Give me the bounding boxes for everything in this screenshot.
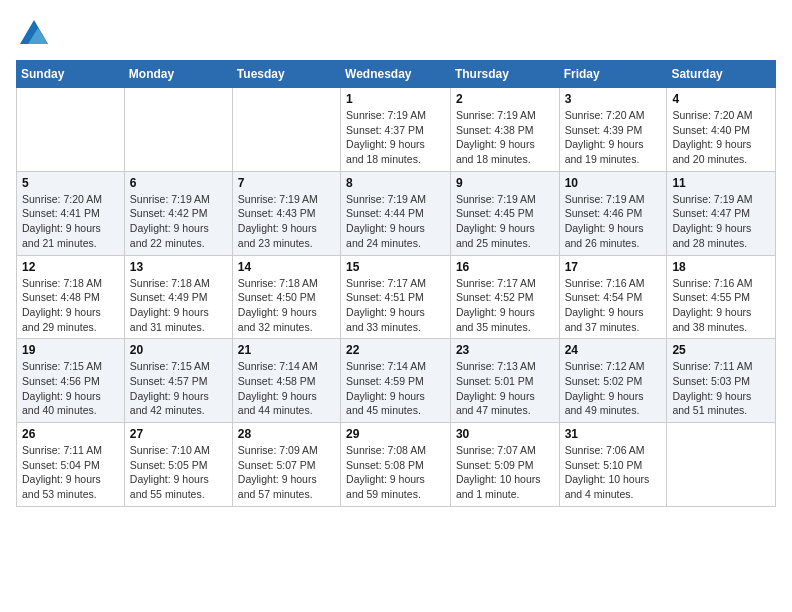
day-cell: 9Sunrise: 7:19 AM Sunset: 4:45 PM Daylig…: [450, 171, 559, 255]
day-info: Sunrise: 7:13 AM Sunset: 5:01 PM Dayligh…: [456, 359, 554, 418]
day-info: Sunrise: 7:06 AM Sunset: 5:10 PM Dayligh…: [565, 443, 662, 502]
week-row-2: 5Sunrise: 7:20 AM Sunset: 4:41 PM Daylig…: [17, 171, 776, 255]
day-info: Sunrise: 7:11 AM Sunset: 5:04 PM Dayligh…: [22, 443, 119, 502]
day-info: Sunrise: 7:19 AM Sunset: 4:44 PM Dayligh…: [346, 192, 445, 251]
day-info: Sunrise: 7:15 AM Sunset: 4:57 PM Dayligh…: [130, 359, 227, 418]
day-number: 4: [672, 92, 770, 106]
day-cell: 26Sunrise: 7:11 AM Sunset: 5:04 PM Dayli…: [17, 423, 125, 507]
day-number: 5: [22, 176, 119, 190]
day-cell: [667, 423, 776, 507]
day-info: Sunrise: 7:19 AM Sunset: 4:47 PM Dayligh…: [672, 192, 770, 251]
weekday-header-thursday: Thursday: [450, 61, 559, 88]
day-cell: 3Sunrise: 7:20 AM Sunset: 4:39 PM Daylig…: [559, 88, 667, 172]
day-cell: 24Sunrise: 7:12 AM Sunset: 5:02 PM Dayli…: [559, 339, 667, 423]
day-info: Sunrise: 7:18 AM Sunset: 4:48 PM Dayligh…: [22, 276, 119, 335]
day-number: 8: [346, 176, 445, 190]
day-cell: 22Sunrise: 7:14 AM Sunset: 4:59 PM Dayli…: [341, 339, 451, 423]
day-cell: 11Sunrise: 7:19 AM Sunset: 4:47 PM Dayli…: [667, 171, 776, 255]
day-number: 2: [456, 92, 554, 106]
day-number: 16: [456, 260, 554, 274]
day-number: 17: [565, 260, 662, 274]
day-cell: 30Sunrise: 7:07 AM Sunset: 5:09 PM Dayli…: [450, 423, 559, 507]
day-cell: 14Sunrise: 7:18 AM Sunset: 4:50 PM Dayli…: [232, 255, 340, 339]
day-info: Sunrise: 7:19 AM Sunset: 4:46 PM Dayligh…: [565, 192, 662, 251]
day-number: 23: [456, 343, 554, 357]
day-cell: 4Sunrise: 7:20 AM Sunset: 4:40 PM Daylig…: [667, 88, 776, 172]
day-cell: 31Sunrise: 7:06 AM Sunset: 5:10 PM Dayli…: [559, 423, 667, 507]
day-cell: 13Sunrise: 7:18 AM Sunset: 4:49 PM Dayli…: [124, 255, 232, 339]
day-number: 18: [672, 260, 770, 274]
day-cell: 2Sunrise: 7:19 AM Sunset: 4:38 PM Daylig…: [450, 88, 559, 172]
day-number: 29: [346, 427, 445, 441]
day-info: Sunrise: 7:19 AM Sunset: 4:45 PM Dayligh…: [456, 192, 554, 251]
day-number: 31: [565, 427, 662, 441]
day-number: 3: [565, 92, 662, 106]
day-cell: [232, 88, 340, 172]
day-info: Sunrise: 7:18 AM Sunset: 4:50 PM Dayligh…: [238, 276, 335, 335]
day-info: Sunrise: 7:17 AM Sunset: 4:52 PM Dayligh…: [456, 276, 554, 335]
weekday-header-saturday: Saturday: [667, 61, 776, 88]
week-row-3: 12Sunrise: 7:18 AM Sunset: 4:48 PM Dayli…: [17, 255, 776, 339]
day-number: 15: [346, 260, 445, 274]
weekday-header-wednesday: Wednesday: [341, 61, 451, 88]
day-cell: 16Sunrise: 7:17 AM Sunset: 4:52 PM Dayli…: [450, 255, 559, 339]
day-number: 20: [130, 343, 227, 357]
day-info: Sunrise: 7:18 AM Sunset: 4:49 PM Dayligh…: [130, 276, 227, 335]
day-cell: 17Sunrise: 7:16 AM Sunset: 4:54 PM Dayli…: [559, 255, 667, 339]
day-number: 7: [238, 176, 335, 190]
weekday-header-monday: Monday: [124, 61, 232, 88]
day-cell: 12Sunrise: 7:18 AM Sunset: 4:48 PM Dayli…: [17, 255, 125, 339]
day-info: Sunrise: 7:09 AM Sunset: 5:07 PM Dayligh…: [238, 443, 335, 502]
day-cell: 28Sunrise: 7:09 AM Sunset: 5:07 PM Dayli…: [232, 423, 340, 507]
week-row-5: 26Sunrise: 7:11 AM Sunset: 5:04 PM Dayli…: [17, 423, 776, 507]
day-number: 22: [346, 343, 445, 357]
day-info: Sunrise: 7:11 AM Sunset: 5:03 PM Dayligh…: [672, 359, 770, 418]
day-number: 30: [456, 427, 554, 441]
day-info: Sunrise: 7:10 AM Sunset: 5:05 PM Dayligh…: [130, 443, 227, 502]
day-cell: 7Sunrise: 7:19 AM Sunset: 4:43 PM Daylig…: [232, 171, 340, 255]
day-info: Sunrise: 7:19 AM Sunset: 4:37 PM Dayligh…: [346, 108, 445, 167]
day-number: 26: [22, 427, 119, 441]
day-info: Sunrise: 7:14 AM Sunset: 4:58 PM Dayligh…: [238, 359, 335, 418]
day-info: Sunrise: 7:16 AM Sunset: 4:55 PM Dayligh…: [672, 276, 770, 335]
day-info: Sunrise: 7:20 AM Sunset: 4:40 PM Dayligh…: [672, 108, 770, 167]
day-number: 25: [672, 343, 770, 357]
day-number: 11: [672, 176, 770, 190]
day-cell: 5Sunrise: 7:20 AM Sunset: 4:41 PM Daylig…: [17, 171, 125, 255]
day-number: 13: [130, 260, 227, 274]
day-number: 9: [456, 176, 554, 190]
day-cell: 27Sunrise: 7:10 AM Sunset: 5:05 PM Dayli…: [124, 423, 232, 507]
day-info: Sunrise: 7:14 AM Sunset: 4:59 PM Dayligh…: [346, 359, 445, 418]
day-info: Sunrise: 7:20 AM Sunset: 4:39 PM Dayligh…: [565, 108, 662, 167]
week-row-4: 19Sunrise: 7:15 AM Sunset: 4:56 PM Dayli…: [17, 339, 776, 423]
day-cell: 21Sunrise: 7:14 AM Sunset: 4:58 PM Dayli…: [232, 339, 340, 423]
day-number: 1: [346, 92, 445, 106]
day-cell: 29Sunrise: 7:08 AM Sunset: 5:08 PM Dayli…: [341, 423, 451, 507]
day-cell: 20Sunrise: 7:15 AM Sunset: 4:57 PM Dayli…: [124, 339, 232, 423]
day-cell: 18Sunrise: 7:16 AM Sunset: 4:55 PM Dayli…: [667, 255, 776, 339]
day-info: Sunrise: 7:19 AM Sunset: 4:42 PM Dayligh…: [130, 192, 227, 251]
logo-icon: [16, 16, 52, 52]
page-header: [16, 16, 776, 52]
week-row-1: 1Sunrise: 7:19 AM Sunset: 4:37 PM Daylig…: [17, 88, 776, 172]
day-info: Sunrise: 7:16 AM Sunset: 4:54 PM Dayligh…: [565, 276, 662, 335]
day-info: Sunrise: 7:07 AM Sunset: 5:09 PM Dayligh…: [456, 443, 554, 502]
logo: [16, 16, 56, 52]
weekday-header-row: SundayMondayTuesdayWednesdayThursdayFrid…: [17, 61, 776, 88]
day-number: 6: [130, 176, 227, 190]
day-number: 28: [238, 427, 335, 441]
day-cell: 19Sunrise: 7:15 AM Sunset: 4:56 PM Dayli…: [17, 339, 125, 423]
day-number: 21: [238, 343, 335, 357]
day-cell: 15Sunrise: 7:17 AM Sunset: 4:51 PM Dayli…: [341, 255, 451, 339]
day-number: 14: [238, 260, 335, 274]
day-number: 12: [22, 260, 119, 274]
day-info: Sunrise: 7:15 AM Sunset: 4:56 PM Dayligh…: [22, 359, 119, 418]
day-number: 10: [565, 176, 662, 190]
day-info: Sunrise: 7:19 AM Sunset: 4:38 PM Dayligh…: [456, 108, 554, 167]
day-cell: [124, 88, 232, 172]
day-info: Sunrise: 7:19 AM Sunset: 4:43 PM Dayligh…: [238, 192, 335, 251]
day-cell: 1Sunrise: 7:19 AM Sunset: 4:37 PM Daylig…: [341, 88, 451, 172]
day-cell: 23Sunrise: 7:13 AM Sunset: 5:01 PM Dayli…: [450, 339, 559, 423]
day-cell: 6Sunrise: 7:19 AM Sunset: 4:42 PM Daylig…: [124, 171, 232, 255]
day-info: Sunrise: 7:17 AM Sunset: 4:51 PM Dayligh…: [346, 276, 445, 335]
